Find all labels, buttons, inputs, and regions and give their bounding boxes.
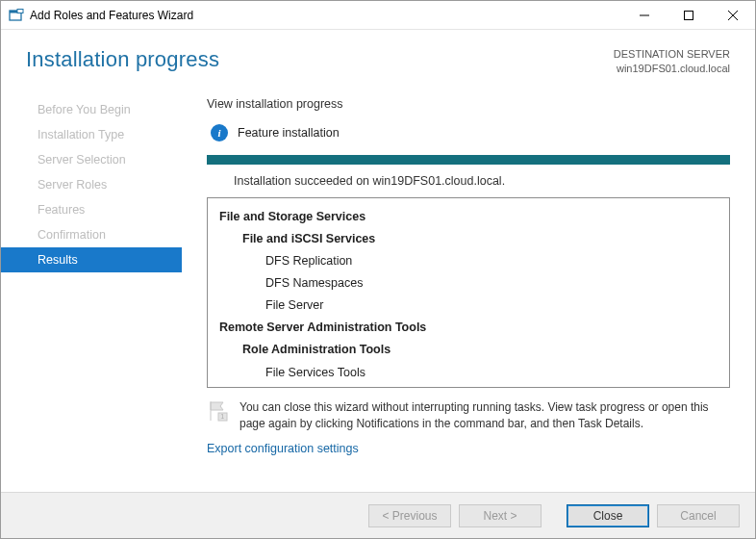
step-installation-type: Installation Type [1, 122, 182, 147]
info-icon: i [211, 124, 228, 141]
window-title: Add Roles and Features Wizard [30, 9, 193, 22]
svg-text:1: 1 [220, 413, 224, 420]
sidebar: Before You Begin Installation Type Serve… [1, 88, 182, 492]
step-server-selection: Server Selection [1, 147, 182, 172]
header: Installation progress DESTINATION SERVER… [1, 30, 755, 88]
progress-bar [207, 155, 730, 165]
minimize-button[interactable] [622, 1, 667, 30]
footer: < Previous Next > Close Cancel [1, 492, 755, 538]
previous-button: < Previous [368, 504, 451, 527]
content-heading: View installation progress [207, 97, 730, 111]
step-confirmation: Confirmation [1, 222, 182, 247]
tree-node: Role Administration Tools [219, 339, 718, 361]
tree-node: DFS Replication [219, 250, 718, 272]
destination-label: DESTINATION SERVER [614, 47, 730, 62]
destination-server: DESTINATION SERVER win19DFS01.cloud.loca… [614, 47, 730, 76]
next-button: Next > [459, 504, 542, 527]
succeeded-text: Installation succeeded on win19DFS01.clo… [234, 174, 730, 188]
step-before-you-begin: Before You Begin [1, 97, 182, 122]
app-icon [9, 8, 24, 23]
destination-value: win19DFS01.cloud.local [614, 62, 730, 76]
export-config-link[interactable]: Export configuration settings [207, 442, 730, 455]
tree-node: File Server [219, 295, 718, 317]
status-row: i Feature installation [207, 124, 730, 141]
cancel-button: Cancel [657, 504, 740, 527]
tree-node: Remote Server Administration Tools [219, 317, 718, 339]
wizard-window: Add Roles and Features Wizard Installati… [0, 0, 756, 539]
content: View installation progress i Feature ins… [182, 88, 755, 492]
close-window-button[interactable] [711, 1, 755, 30]
maximize-button[interactable] [667, 1, 711, 30]
close-button[interactable]: Close [567, 504, 649, 527]
page-title: Installation progress [26, 47, 219, 72]
step-features: Features [1, 197, 182, 222]
step-results[interactable]: Results [1, 247, 182, 272]
flag-icon: 1 [207, 399, 230, 423]
tree-node: File and Storage Services [219, 206, 718, 228]
note-text: You can close this wizard without interr… [239, 399, 730, 433]
tree-node: File Services Tools [219, 362, 718, 384]
features-tree[interactable]: File and Storage Services File and iSCSI… [207, 197, 730, 388]
step-server-roles: Server Roles [1, 172, 182, 197]
note-row: 1 You can close this wizard without inte… [207, 399, 730, 433]
tree-node: File and iSCSI Services [219, 228, 718, 250]
progress-fill [207, 155, 730, 165]
body: Before You Begin Installation Type Serve… [1, 88, 755, 492]
svg-rect-4 [685, 11, 693, 19]
svg-rect-2 [17, 9, 23, 13]
status-text: Feature installation [238, 126, 340, 140]
tree-node: DFS Namespaces [219, 272, 718, 295]
titlebar: Add Roles and Features Wizard [1, 1, 755, 30]
tree-node: DFS Management Tools [219, 384, 718, 388]
